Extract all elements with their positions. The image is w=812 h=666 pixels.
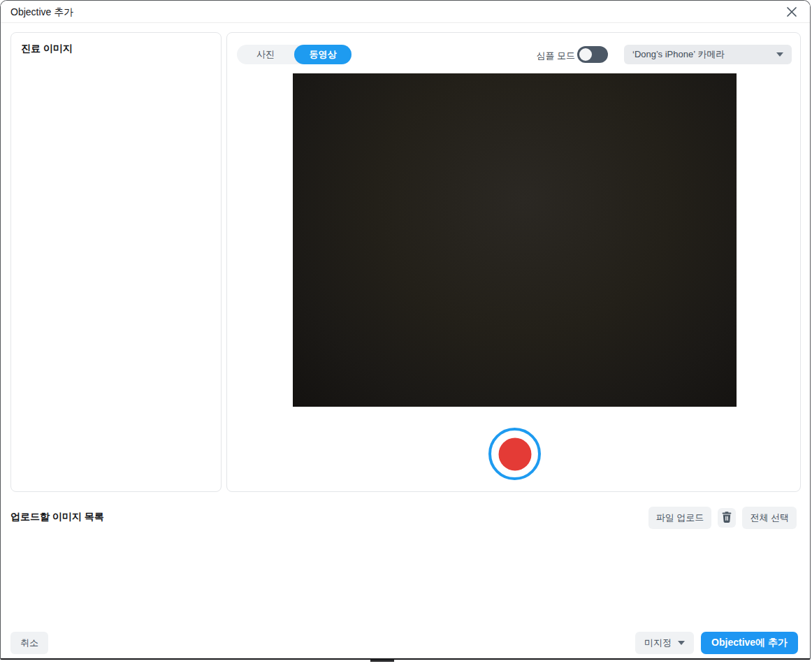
capture-panel: 사진 동영상 심플 모드 ‘Dong’s iPhone’ 카메라 [226,32,801,492]
file-upload-button[interactable]: 파일 업로드 [648,507,712,529]
simple-mode-toggle[interactable] [577,46,608,63]
add-to-objective-button[interactable]: Objective에 추가 [701,632,798,654]
capture-mode-tabs: 사진 동영상 [237,45,351,64]
window-bottom-notch [370,660,394,662]
chevron-down-icon [776,52,783,57]
clinic-images-title: 진료 이미지 [21,43,73,55]
delete-button[interactable] [718,508,736,528]
camera-video-preview [293,73,737,407]
tab-photo[interactable]: 사진 [237,45,294,64]
upload-actions: 파일 업로드 전체 선택 [648,507,797,529]
simple-mode-label: 심플 모드 [536,50,575,62]
camera-select-value: ‘Dong’s iPhone’ 카메라 [624,48,725,61]
category-select-value: 미지정 [644,637,672,649]
category-select[interactable]: 미지정 [635,632,694,654]
dialog-title: Objective 추가 [10,6,73,19]
dialog-header: Objective 추가 [1,1,810,23]
record-icon [498,437,531,470]
add-objective-dialog: Objective 추가 진료 이미지 사진 동영상 심플 모드 ‘Dong’s… [0,0,811,660]
chevron-down-icon [678,641,685,645]
select-all-button[interactable]: 전체 선택 [742,507,797,529]
tab-video[interactable]: 동영상 [294,45,351,64]
clinic-images-panel: 진료 이미지 [10,32,222,492]
upload-list-title: 업로드할 이미지 목록 [10,511,104,523]
cancel-button[interactable]: 취소 [10,632,48,654]
close-icon [785,5,799,21]
camera-select[interactable]: ‘Dong’s iPhone’ 카메라 [624,45,792,64]
footer-actions: 미지정 Objective에 추가 [635,632,798,654]
close-button[interactable] [783,4,800,21]
record-button[interactable] [488,428,541,480]
trash-icon [722,512,732,525]
toggle-knob [579,48,592,61]
